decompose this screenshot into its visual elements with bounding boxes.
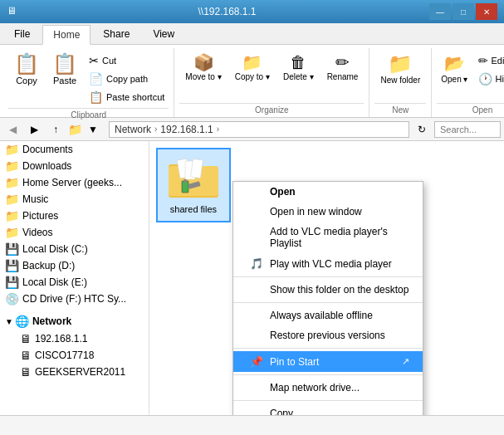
organize-group: 📦 Move to ▾ 📁 Copy to ▾ 🗑 Delete ▾ ✏ Ren…	[174, 48, 369, 117]
music-icon: 📁	[5, 193, 19, 206]
up-button[interactable]: ↑	[46, 120, 65, 139]
sidebar-item-downloads[interactable]: 📁 Downloads	[0, 158, 149, 174]
c-drive-icon: 💾	[5, 242, 19, 256]
ctx-pin-icon: 📌	[250, 355, 263, 368]
new-folder-icon: 📁	[388, 54, 413, 74]
clipboard-buttons: 📋 Copy 📋 Paste ✂ Cut 📄 Copy path 📋	[8, 48, 169, 106]
sidebar-network-header[interactable]: ▼ 🌐 Network	[0, 312, 149, 330]
sidebar-item-c[interactable]: 💾 Local Disk (C:)	[0, 241, 149, 257]
history-button[interactable]: 🕐 History	[474, 70, 505, 88]
organize-label: Organize	[179, 103, 364, 117]
svg-rect-6	[182, 181, 188, 193]
back-button[interactable]: ◀	[3, 120, 22, 139]
sidebar-item-f[interactable]: 💿 CD Drive (F:) HTC Sy...	[0, 291, 149, 307]
refresh-button[interactable]: ↻	[413, 120, 431, 139]
file-item-shared[interactable]: shared files	[156, 148, 231, 222]
history-icon: 🕐	[478, 72, 492, 86]
maximize-button[interactable]: □	[453, 3, 474, 20]
title-bar: 🖥 \\192.168.1.1 — □ ✕	[0, 0, 504, 23]
address-path[interactable]: Network › 192.168.1.1 ›	[109, 121, 409, 138]
content-area: shared files Open Open in new window Add…	[149, 141, 504, 415]
copy-path-button[interactable]: 📄 Copy path	[85, 70, 169, 88]
ctx-sep-3	[233, 348, 423, 349]
sidebar-item-e[interactable]: 💾 Local Disk (E:)	[0, 274, 149, 291]
sidebar-item-homeserver[interactable]: 📁 Home Server (geeks...	[0, 174, 149, 191]
new-buttons: 📁 New folder	[374, 48, 426, 101]
copy-to-button[interactable]: 📁 Copy to ▾	[229, 50, 276, 86]
open-buttons: 📂 Open ▾ ✏ Edit 🕐 History	[437, 48, 504, 101]
sidebar-item-pictures[interactable]: 📁 Pictures	[0, 208, 149, 224]
ctx-sep-2	[233, 302, 423, 303]
ctx-sep-4	[233, 374, 423, 375]
new-label: New	[374, 103, 426, 117]
documents-icon: 📁	[5, 143, 19, 156]
ctx-map-drive[interactable]: Map network drive...	[233, 378, 423, 398]
network-icon: 🌐	[15, 315, 29, 328]
search-input[interactable]	[434, 121, 501, 138]
tab-view[interactable]: View	[142, 24, 185, 44]
e-drive-icon: 💾	[5, 276, 19, 289]
clipboard-group: 📋 Copy 📋 Paste ✂ Cut 📄 Copy path 📋	[3, 48, 174, 117]
sidebar: 📁 Documents 📁 Downloads 📁 Home Server (g…	[0, 141, 149, 415]
ctx-play-vlc[interactable]: 🎵 Play with VLC media player	[233, 253, 423, 274]
sidebar-item-d[interactable]: 💾 Backup (D:)	[0, 257, 149, 274]
close-button[interactable]: ✕	[476, 3, 497, 20]
ctx-vlc-icon: 🎵	[250, 257, 263, 270]
paste-shortcut-icon: 📋	[89, 90, 103, 104]
delete-button[interactable]: 🗑 Delete ▾	[277, 50, 320, 86]
rename-button[interactable]: ✏ Rename	[321, 50, 365, 86]
sidebar-item-192[interactable]: 🖥 192.168.1.1	[0, 330, 149, 347]
path-icon-group: 📁 ▼	[68, 120, 102, 139]
open-icon: 📂	[444, 53, 465, 73]
ctx-open[interactable]: Open	[233, 182, 423, 202]
ctx-pin-start[interactable]: 📌 Pin to Start ↗	[233, 351, 423, 372]
new-folder-button[interactable]: 📁 New folder	[374, 50, 426, 89]
ctx-sep-5	[233, 400, 423, 401]
sidebar-item-music[interactable]: 📁 Music	[0, 191, 149, 208]
geekserver-icon: 🖥	[20, 365, 32, 379]
rename-icon: ✏	[335, 54, 350, 71]
network-expand-icon: ▼	[5, 317, 13, 326]
path-dropdown-button[interactable]: ▼	[84, 120, 102, 139]
context-menu: Open Open in new window Add to VLC media…	[232, 181, 423, 415]
ctx-restore-versions[interactable]: Restore previous versions	[233, 325, 423, 345]
open-label: Open	[437, 103, 504, 117]
copy-button[interactable]: 📋 Copy	[8, 50, 45, 90]
move-icon: 📦	[193, 54, 214, 71]
sidebar-item-geekserver[interactable]: 🖥 GEEKSERVER2011	[0, 364, 149, 380]
tab-file[interactable]: File	[3, 24, 41, 44]
open-button[interactable]: 📂 Open ▾	[437, 50, 472, 87]
sidebar-item-documents[interactable]: 📁 Documents	[0, 141, 149, 158]
ctx-show-desktop[interactable]: Show this folder on the desktop	[233, 280, 423, 300]
organize-buttons: 📦 Move to ▾ 📁 Copy to ▾ 🗑 Delete ▾ ✏ Ren…	[179, 48, 364, 101]
address-bar: ◀ ▶ ↑ 📁 ▼ Network › 192.168.1.1 › ↻	[0, 118, 504, 141]
ctx-sep-1	[233, 276, 423, 277]
move-to-button[interactable]: 📦 Move to ▾	[179, 50, 227, 86]
d-drive-icon: 💾	[5, 259, 19, 272]
main-area: 📁 Documents 📁 Downloads 📁 Home Server (g…	[0, 141, 504, 415]
folder-icon: 📁	[68, 123, 82, 136]
sidebar-item-cisco[interactable]: 🖥 CISCO17718	[0, 347, 149, 364]
paste-shortcut-button[interactable]: 📋 Paste shortcut	[85, 88, 169, 106]
forward-button[interactable]: ▶	[25, 120, 43, 139]
tab-home[interactable]: Home	[42, 25, 91, 45]
ctx-always-offline[interactable]: Always available offline	[233, 305, 423, 325]
open-small-group: ✏ Edit 🕐 History	[474, 50, 505, 88]
paste-icon: 📋	[52, 54, 77, 74]
file-label-shared: shared files	[170, 204, 217, 214]
delete-icon: 🗑	[290, 54, 306, 71]
ctx-copy[interactable]: Copy	[233, 403, 423, 415]
ctx-open-new-window[interactable]: Open in new window	[233, 202, 423, 222]
paste-button[interactable]: 📋 Paste	[46, 50, 83, 90]
copy-icon: 📋	[14, 54, 39, 74]
tab-share[interactable]: Share	[92, 24, 140, 44]
ctx-add-vlc-playlist[interactable]: Add to VLC media player's Playlist	[233, 222, 423, 253]
videos-icon: 📁	[5, 226, 19, 239]
edit-button[interactable]: ✏ Edit	[474, 51, 505, 70]
pictures-icon: 📁	[5, 209, 19, 222]
ribbon-tabs: File Home Share View	[0, 23, 504, 45]
sidebar-item-videos[interactable]: 📁 Videos	[0, 224, 149, 241]
copy-to-icon: 📁	[242, 54, 262, 71]
minimize-button[interactable]: —	[429, 3, 451, 20]
cut-button[interactable]: ✂ Cut	[85, 51, 169, 70]
